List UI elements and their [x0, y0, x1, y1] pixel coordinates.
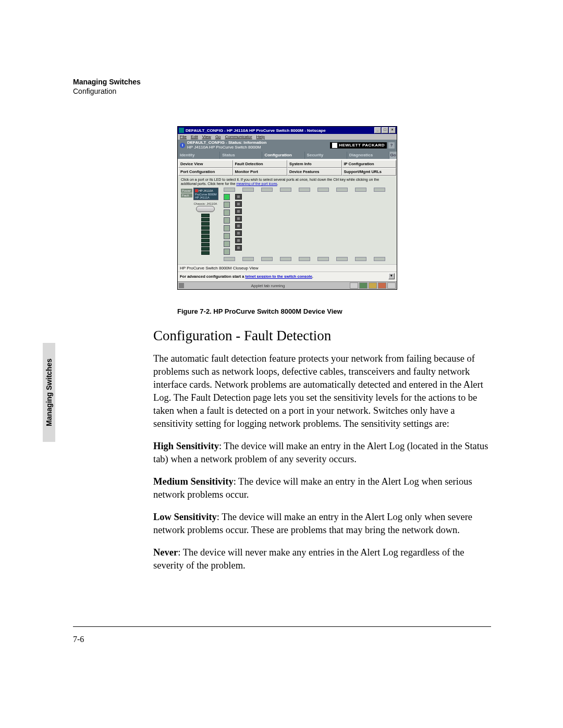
port-jack-icon[interactable]: [235, 208, 242, 214]
tray-icon[interactable]: [387, 282, 396, 289]
port-led-icon[interactable]: [224, 194, 230, 200]
slot-icon[interactable]: [317, 188, 329, 192]
btn-ip-configuration[interactable]: IP Configuration: [342, 160, 397, 168]
btn-fault-detection[interactable]: Fault Detection: [233, 160, 288, 168]
slot-icon[interactable]: [224, 257, 235, 261]
status-icon: [179, 283, 184, 288]
slot-icon[interactable]: [261, 188, 273, 192]
port-jack-icon[interactable]: [235, 201, 242, 207]
menu-communicator[interactable]: Communicator: [225, 134, 252, 139]
titlebar[interactable]: DEFAULT_CONFIG - HP J4110A HP ProCurve S…: [178, 127, 397, 134]
tab-security[interactable]: Security: [305, 152, 347, 159]
menu-file[interactable]: File: [180, 134, 187, 139]
status-tray: [350, 282, 396, 289]
go-button[interactable]: Go: [389, 152, 397, 159]
slot-icon[interactable]: [224, 188, 235, 192]
module-sub: HP J4111A: [194, 196, 217, 199]
tab-status[interactable]: Status: [220, 152, 262, 159]
app-icon: [179, 128, 184, 133]
slot-icon[interactable]: [242, 257, 254, 261]
slot-icon[interactable]: [374, 257, 385, 261]
slot-icon[interactable]: [299, 257, 310, 261]
port-jack-icon[interactable]: [235, 230, 242, 236]
window-controls: _ □ ×: [374, 127, 396, 133]
status-bar: Applet tab running: [178, 281, 397, 289]
slot-icon[interactable]: [336, 257, 348, 261]
status-led-labels: Power Fault: [181, 189, 192, 198]
lead-medium: Medium Sensitivity: [153, 476, 234, 487]
port-led-icon[interactable]: [224, 202, 230, 208]
help-button[interactable]: ?: [388, 142, 395, 149]
info-line2: HP J4110A HP ProCurve Switch 8000M: [187, 145, 330, 150]
hp-brand-text: HEWLETT PACKARD: [339, 143, 385, 147]
instruction-text: Click on a port or its LED to select it.…: [178, 176, 397, 187]
info-icon: i: [180, 143, 185, 148]
tray-icon[interactable]: [378, 282, 386, 289]
telnet-link[interactable]: telnet session to the switch console: [245, 274, 312, 279]
tray-icon[interactable]: [369, 282, 377, 289]
slot-icon[interactable]: [261, 257, 273, 261]
scroll-down-icon[interactable]: ▾: [388, 273, 395, 279]
port-jack-col: [235, 194, 241, 255]
tray-icon[interactable]: [359, 282, 368, 289]
chassis: Chassis: J4110A: [192, 202, 218, 212]
port-led-icon[interactable]: [224, 249, 230, 255]
slot-icon[interactable]: [317, 257, 329, 261]
lead-low: Low Sensitivity: [153, 512, 217, 522]
chassis-label: Chassis: J4110A: [193, 202, 217, 205]
slot-icon[interactable]: [355, 188, 366, 192]
menu-go[interactable]: Go: [215, 134, 221, 139]
close-button[interactable]: ×: [389, 127, 396, 133]
port-led-icon[interactable]: [224, 225, 230, 231]
slot-icon[interactable]: [355, 257, 366, 261]
slot-icon[interactable]: [336, 188, 348, 192]
hp-logo-icon: [332, 143, 337, 148]
status-text: Applet tab running: [186, 283, 350, 288]
page: Managing Switches Configuration Managing…: [0, 0, 563, 728]
port-led-icon[interactable]: [224, 209, 230, 216]
tray-icon[interactable]: [350, 282, 358, 289]
label-power: Power: [181, 189, 192, 193]
port-jack-icon[interactable]: [235, 223, 242, 229]
lead-high: High Sensitivity: [153, 441, 219, 451]
instruction-link[interactable]: meaning of the port icons: [236, 182, 277, 186]
tab-diagnostics[interactable]: Diagnostics: [347, 152, 389, 159]
slot-icon[interactable]: [242, 188, 254, 192]
slot-icon[interactable]: [280, 257, 291, 261]
slot-icon[interactable]: [299, 188, 310, 192]
port-led-icon[interactable]: [224, 241, 230, 247]
slot-icon[interactable]: [374, 188, 385, 192]
port-led-col: [224, 194, 230, 255]
port-jack-icon[interactable]: [235, 194, 242, 200]
device-view-area: Power Fault HP J4110A ProCurve 8000M HP …: [178, 187, 397, 264]
menubar: File Edit View Go Communicator Help: [178, 134, 397, 140]
instruction-pre: Click on a port or its LED to select it.…: [181, 178, 379, 186]
btn-device-features[interactable]: Device Features: [287, 168, 342, 176]
btn-device-view[interactable]: Device View: [178, 160, 233, 168]
window-title: DEFAULT_CONFIG - HP J4110A HP ProCurve S…: [186, 128, 326, 133]
para-medium: Medium Sensitivity: The device will make…: [153, 475, 491, 501]
port-jack-icon[interactable]: [235, 238, 242, 243]
minimize-button[interactable]: _: [374, 127, 381, 133]
tab-identity[interactable]: Identity: [178, 152, 220, 159]
tab-configuration[interactable]: Configuration: [262, 152, 304, 159]
module-id: HP J4110A: [199, 190, 213, 193]
maximize-button[interactable]: □: [382, 127, 388, 133]
menu-help[interactable]: Help: [256, 134, 265, 139]
btn-system-info[interactable]: System Info: [287, 160, 342, 168]
port-jack-icon[interactable]: [235, 216, 242, 221]
btn-monitor-port[interactable]: Monitor Port: [233, 168, 288, 176]
figure: DEFAULT_CONFIG - HP J4110A HP ProCurve S…: [177, 126, 396, 315]
port-led-icon[interactable]: [224, 233, 230, 239]
port-jack-icon[interactable]: [235, 245, 242, 251]
switch-module[interactable]: HP J4110A ProCurve 8000M HP J4111A: [193, 188, 218, 200]
menu-view[interactable]: View: [202, 134, 211, 139]
btn-support-mgmt-urls[interactable]: Support/Mgmt URLs: [342, 168, 397, 176]
body-column: Configuration - Fault Detection The auto…: [153, 326, 491, 582]
config-toolbar: Device View Fault Detection System Info …: [178, 159, 397, 176]
slot-icon[interactable]: [280, 188, 291, 192]
port-led-icon[interactable]: [224, 217, 230, 224]
menu-edit[interactable]: Edit: [191, 134, 198, 139]
btn-port-configuration[interactable]: Port Configuration: [178, 168, 233, 176]
chassis-icon: [196, 206, 215, 212]
